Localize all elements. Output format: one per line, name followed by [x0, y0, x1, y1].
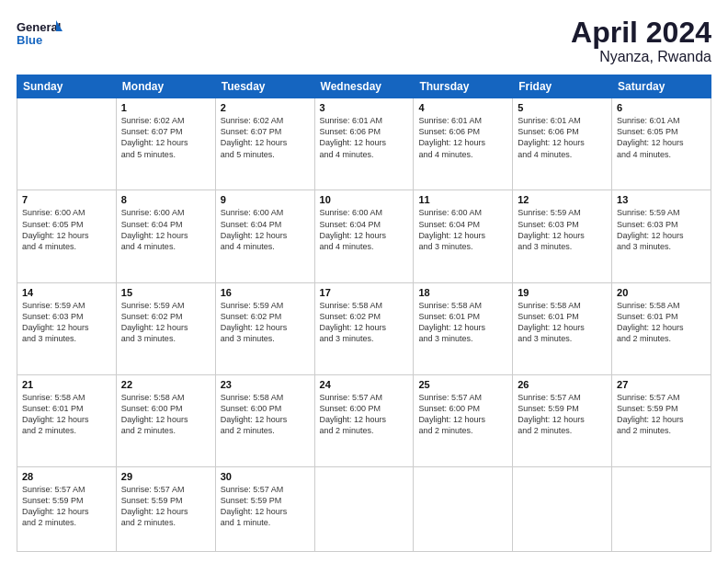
day-number: 14 [22, 287, 111, 298]
table-row: 21Sunrise: 5:58 AMSunset: 6:01 PMDayligh… [17, 374, 117, 466]
day-info: Sunrise: 5:58 AMSunset: 6:01 PMDaylight:… [518, 301, 585, 343]
day-number: 30 [221, 471, 310, 482]
col-sunday: Sunday [17, 75, 117, 98]
table-row: 27Sunrise: 5:57 AMSunset: 5:59 PMDayligh… [612, 374, 711, 466]
calendar-title: April 2024 [571, 17, 711, 49]
day-info: Sunrise: 5:59 AMSunset: 6:02 PMDaylight:… [221, 301, 288, 343]
table-row [17, 98, 117, 190]
table-row: 3Sunrise: 6:01 AMSunset: 6:06 PMDaylight… [314, 98, 414, 190]
day-number: 24 [320, 379, 409, 390]
day-number: 4 [418, 102, 507, 113]
day-info: Sunrise: 6:01 AMSunset: 6:05 PMDaylight:… [617, 116, 684, 158]
day-number: 20 [617, 287, 706, 298]
day-number: 22 [121, 379, 210, 390]
day-number: 29 [121, 471, 210, 482]
table-row [314, 467, 414, 552]
table-row: 26Sunrise: 5:57 AMSunset: 5:59 PMDayligh… [513, 374, 612, 466]
day-number: 17 [320, 287, 409, 298]
day-number: 2 [221, 102, 310, 113]
table-row: 24Sunrise: 5:57 AMSunset: 6:00 PMDayligh… [314, 374, 414, 466]
calendar-subtitle: Nyanza, Rwanda [571, 49, 711, 65]
svg-text:Blue: Blue [17, 33, 42, 47]
day-info: Sunrise: 6:02 AMSunset: 6:07 PMDaylight:… [221, 116, 288, 158]
day-number: 26 [518, 379, 607, 390]
day-info: Sunrise: 6:01 AMSunset: 6:06 PMDaylight:… [418, 116, 485, 158]
title-block: April 2024 Nyanza, Rwanda [571, 17, 711, 65]
day-number: 23 [221, 379, 310, 390]
day-number: 8 [121, 194, 210, 205]
day-info: Sunrise: 5:59 AMSunset: 6:03 PMDaylight:… [617, 208, 684, 250]
col-thursday: Thursday [414, 75, 513, 98]
day-number: 21 [22, 379, 111, 390]
day-info: Sunrise: 5:58 AMSunset: 6:02 PMDaylight:… [320, 301, 387, 343]
day-number: 10 [320, 194, 409, 205]
day-info: Sunrise: 6:02 AMSunset: 6:07 PMDaylight:… [121, 116, 188, 158]
day-info: Sunrise: 5:58 AMSunset: 6:01 PMDaylight:… [617, 301, 684, 343]
table-row: 22Sunrise: 5:58 AMSunset: 6:00 PMDayligh… [116, 374, 215, 466]
day-number: 12 [518, 194, 607, 205]
day-info: Sunrise: 5:57 AMSunset: 5:59 PMDaylight:… [617, 393, 684, 435]
day-info: Sunrise: 5:58 AMSunset: 6:01 PMDaylight:… [22, 393, 89, 435]
table-row: 5Sunrise: 6:01 AMSunset: 6:06 PMDaylight… [513, 98, 612, 190]
table-row: 1Sunrise: 6:02 AMSunset: 6:07 PMDaylight… [116, 98, 215, 190]
calendar-header-row: Sunday Monday Tuesday Wednesday Thursday… [17, 75, 711, 98]
table-row: 28Sunrise: 5:57 AMSunset: 5:59 PMDayligh… [17, 467, 117, 552]
header: General Blue April 2024 Nyanza, Rwanda [17, 17, 711, 65]
table-row: 8Sunrise: 6:00 AMSunset: 6:04 PMDaylight… [116, 190, 215, 282]
col-friday: Friday [513, 75, 612, 98]
day-number: 1 [121, 102, 210, 113]
table-row [513, 467, 612, 552]
day-number: 16 [221, 287, 310, 298]
day-info: Sunrise: 5:58 AMSunset: 6:00 PMDaylight:… [121, 393, 188, 435]
day-number: 25 [418, 379, 507, 390]
logo: General Blue [17, 17, 63, 50]
col-tuesday: Tuesday [215, 75, 314, 98]
table-row: 16Sunrise: 5:59 AMSunset: 6:02 PMDayligh… [215, 282, 314, 374]
table-row: 7Sunrise: 6:00 AMSunset: 6:05 PMDaylight… [17, 190, 117, 282]
col-monday: Monday [116, 75, 215, 98]
table-row: 4Sunrise: 6:01 AMSunset: 6:06 PMDaylight… [414, 98, 513, 190]
table-row: 15Sunrise: 5:59 AMSunset: 6:02 PMDayligh… [116, 282, 215, 374]
day-info: Sunrise: 5:58 AMSunset: 6:01 PMDaylight:… [418, 301, 485, 343]
table-row: 11Sunrise: 6:00 AMSunset: 6:04 PMDayligh… [414, 190, 513, 282]
day-number: 15 [121, 287, 210, 298]
day-number: 18 [418, 287, 507, 298]
page: General Blue April 2024 Nyanza, Rwanda S… [0, 0, 728, 563]
day-number: 28 [22, 471, 111, 482]
day-number: 3 [320, 102, 409, 113]
table-row: 9Sunrise: 6:00 AMSunset: 6:04 PMDaylight… [215, 190, 314, 282]
day-info: Sunrise: 6:00 AMSunset: 6:04 PMDaylight:… [221, 208, 288, 250]
day-info: Sunrise: 5:57 AMSunset: 5:59 PMDaylight:… [121, 485, 188, 527]
day-info: Sunrise: 6:00 AMSunset: 6:04 PMDaylight:… [121, 208, 188, 250]
day-info: Sunrise: 5:57 AMSunset: 5:59 PMDaylight:… [221, 485, 288, 527]
day-info: Sunrise: 6:00 AMSunset: 6:04 PMDaylight:… [320, 208, 387, 250]
generalblue-logo-icon: General Blue [17, 17, 63, 50]
day-info: Sunrise: 6:01 AMSunset: 6:06 PMDaylight:… [518, 116, 585, 158]
table-row: 25Sunrise: 5:57 AMSunset: 6:00 PMDayligh… [414, 374, 513, 466]
table-row: 30Sunrise: 5:57 AMSunset: 5:59 PMDayligh… [215, 467, 314, 552]
day-number: 9 [221, 194, 310, 205]
day-info: Sunrise: 5:59 AMSunset: 6:03 PMDaylight:… [22, 301, 89, 343]
day-info: Sunrise: 5:59 AMSunset: 6:03 PMDaylight:… [518, 208, 585, 250]
day-number: 19 [518, 287, 607, 298]
day-number: 7 [22, 194, 111, 205]
table-row: 2Sunrise: 6:02 AMSunset: 6:07 PMDaylight… [215, 98, 314, 190]
table-row: 10Sunrise: 6:00 AMSunset: 6:04 PMDayligh… [314, 190, 414, 282]
calendar-table: Sunday Monday Tuesday Wednesday Thursday… [17, 75, 711, 552]
day-info: Sunrise: 5:57 AMSunset: 6:00 PMDaylight:… [418, 393, 485, 435]
table-row: 18Sunrise: 5:58 AMSunset: 6:01 PMDayligh… [414, 282, 513, 374]
day-info: Sunrise: 5:57 AMSunset: 6:00 PMDaylight:… [320, 393, 387, 435]
table-row: 20Sunrise: 5:58 AMSunset: 6:01 PMDayligh… [612, 282, 711, 374]
svg-text:General: General [17, 20, 61, 34]
day-info: Sunrise: 6:00 AMSunset: 6:04 PMDaylight:… [418, 208, 485, 250]
col-saturday: Saturday [612, 75, 711, 98]
day-number: 5 [518, 102, 607, 113]
table-row [612, 467, 711, 552]
table-row: 13Sunrise: 5:59 AMSunset: 6:03 PMDayligh… [612, 190, 711, 282]
table-row: 29Sunrise: 5:57 AMSunset: 5:59 PMDayligh… [116, 467, 215, 552]
day-number: 11 [418, 194, 507, 205]
table-row: 17Sunrise: 5:58 AMSunset: 6:02 PMDayligh… [314, 282, 414, 374]
day-info: Sunrise: 5:58 AMSunset: 6:00 PMDaylight:… [221, 393, 288, 435]
table-row: 12Sunrise: 5:59 AMSunset: 6:03 PMDayligh… [513, 190, 612, 282]
table-row: 6Sunrise: 6:01 AMSunset: 6:05 PMDaylight… [612, 98, 711, 190]
